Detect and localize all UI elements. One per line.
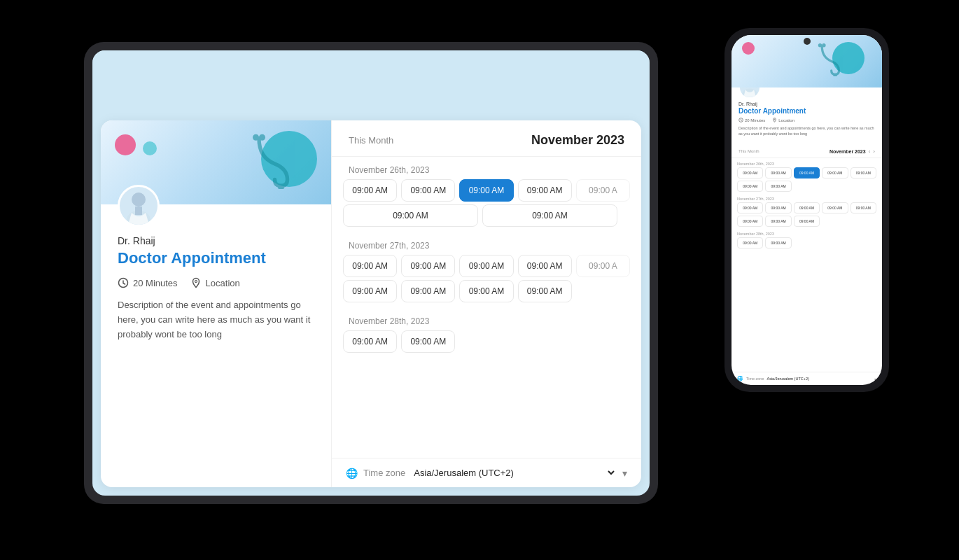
phone-time-slot[interactable]: 09:00 AM — [737, 181, 763, 192]
time-slot[interactable]: 09:00 AM — [343, 280, 397, 302]
phone-meta-row: 20 Minutes Location — [738, 118, 875, 122]
phone-time-slot[interactable]: 09:00 AM — [765, 181, 791, 192]
slots-27-row2: 09:00 AM 09:00 AM 09:00 AM 09:00 AM — [343, 280, 630, 305]
month-year-label: November 2023 — [531, 133, 624, 148]
tablet-header-background — [92, 50, 650, 120]
tablet-device: Dr. Rhaij Doctor Appointment 20 Minutes — [84, 42, 658, 504]
date-label-28: November 28th, 2023 — [343, 308, 630, 330]
phone-doctor-name: Dr. Rhaij — [738, 102, 875, 106]
phone-time-slot[interactable]: 09:00 AM — [765, 216, 791, 227]
phone-calendar-body[interactable]: November 26th, 2023 09:00 AM 09:00 AM 09… — [732, 158, 882, 372]
time-slot[interactable]: 09:00 AM — [401, 179, 455, 202]
phone-time-slot[interactable]: 09:00 AM — [737, 216, 763, 227]
timezone-bar: 🌐 Time zone Asia/Jerusalem (UTC+2) ▾ — [332, 458, 641, 487]
time-slot[interactable]: 09:00 A — [576, 179, 630, 202]
svg-point-9 — [822, 43, 825, 47]
phone-slots-27: 09:00 AM 09:00 AM 09:00 AM 09:00 AM 09:0… — [737, 202, 876, 227]
phone-time-slot[interactable]: 09:00 AM — [850, 202, 876, 214]
globe-icon: 🌐 — [346, 468, 358, 479]
svg-point-3 — [132, 192, 146, 206]
slots-28-row1: 09:00 AM 09:00 AM — [343, 330, 630, 356]
phone-time-slot[interactable]: 09:00 AM — [737, 167, 763, 178]
time-slot[interactable]: 09:00 AM — [518, 179, 572, 202]
phone-this-month-label: This Month — [738, 149, 760, 153]
calendar-body[interactable]: November 26th, 2023 09:00 AM 09:00 AM 09… — [332, 157, 641, 458]
time-slot[interactable]: 09:00 AM — [343, 179, 397, 202]
time-slot[interactable]: 09:00 AM — [482, 204, 617, 227]
time-slot[interactable]: 09:00 AM — [459, 255, 513, 277]
time-slot[interactable]: 09:00 AM — [343, 255, 397, 277]
phone-globe-icon: 🌐 — [737, 376, 743, 382]
meta-row: 20 Minutes Location — [118, 277, 314, 288]
left-info-panel: Dr. Rhaij Doctor Appointment 20 Minutes — [101, 120, 332, 487]
doctor-name: Dr. Rhaij — [118, 235, 314, 246]
phone-month-nav: November 2023 ‹ › — [830, 148, 875, 155]
this-month-label: This Month — [349, 135, 393, 146]
time-slot[interactable]: 09:00 AM — [401, 280, 455, 302]
svg-point-12 — [774, 119, 775, 120]
timezone-label: Time zone — [363, 468, 405, 478]
time-slot-selected[interactable]: 09:00 AM — [459, 179, 513, 202]
time-slot[interactable]: 09:00 AM — [518, 255, 572, 277]
phone-stethoscope-icon — [811, 38, 848, 76]
phone-time-slot-selected[interactable]: 09:00 AM — [794, 167, 820, 178]
time-slot[interactable]: 09:00 AM — [401, 255, 455, 277]
phone-time-slot[interactable]: 09:00 AM — [822, 167, 848, 178]
prev-month-button[interactable]: ‹ — [869, 148, 871, 155]
phone-time-slot[interactable]: 09:00 AM — [765, 237, 791, 248]
time-slot[interactable]: 09:00 AM — [401, 330, 455, 353]
duration-meta: 20 Minutes — [118, 277, 178, 288]
svg-point-6 — [195, 281, 197, 283]
phone-time-slot[interactable]: 09:00 AM — [822, 202, 848, 214]
date-label-26: November 26th, 2023 — [343, 157, 630, 179]
phone-time-slot[interactable]: 09:00 AM — [765, 202, 791, 214]
decoration-pill2 — [143, 141, 157, 155]
doctor-figure — [122, 188, 155, 225]
decoration-pill — [115, 134, 136, 155]
phone-notch — [804, 38, 811, 45]
phone-date-label-27: November 27th, 2023 — [737, 193, 876, 202]
phone-slots-28: 09:00 AM 09:00 AM — [737, 237, 876, 248]
svg-point-2 — [259, 134, 265, 141]
time-slot[interactable]: 09:00 AM — [343, 204, 478, 227]
time-slot[interactable]: 09:00 AM — [518, 280, 572, 302]
time-slot[interactable]: 09:00 AM — [459, 280, 513, 302]
phone-duration-text: 20 Minutes — [745, 118, 765, 122]
phone-location-icon — [772, 118, 777, 122]
slots-26-row1: 09:00 AM 09:00 AM 09:00 AM 09:00 AM 09:0… — [343, 179, 630, 204]
phone-time-slot[interactable]: 09:00 AM — [850, 167, 876, 178]
phone-deco-pill — [742, 42, 755, 55]
phone-chevron-down-icon: ▾ — [874, 377, 876, 382]
chevron-down-icon: ▾ — [622, 468, 627, 479]
phone-calendar-header: This Month November 2023 ‹ › — [732, 146, 882, 158]
location-meta: Location — [190, 277, 240, 288]
clock-icon — [118, 277, 129, 288]
event-description: Description of the event and appointment… — [118, 298, 314, 342]
phone-location-meta: Location — [772, 118, 794, 122]
phone-time-slot[interactable]: 09:00 AM — [794, 216, 820, 227]
tablet-content-area: Dr. Rhaij Doctor Appointment 20 Minutes — [101, 120, 641, 487]
calendar-panel: This Month November 2023 November 26th, … — [332, 120, 641, 487]
svg-rect-4 — [135, 206, 142, 215]
phone-time-slot[interactable]: 09:00 AM — [794, 202, 820, 214]
phone-date-label-28: November 28th, 2023 — [737, 228, 876, 237]
phone-clock-icon — [738, 118, 743, 122]
phone-time-slot[interactable]: 09:00 AM — [737, 237, 763, 248]
tablet-screen: Dr. Rhaij Doctor Appointment 20 Minutes — [92, 50, 650, 496]
phone-info-section: Dr. Rhaij Doctor Appointment 20 Minutes … — [732, 99, 882, 146]
location-text: Location — [206, 278, 240, 288]
phone-time-slot[interactable]: 09:00 AM — [765, 167, 791, 178]
time-slot[interactable]: 09:00 A — [576, 255, 630, 277]
calendar-header: This Month November 2023 — [332, 120, 641, 157]
phone-time-slot[interactable]: 09:00 AM — [737, 202, 763, 214]
slots-26-row2: 09:00 AM 09:00 AM — [343, 204, 630, 230]
time-slot[interactable]: 09:00 AM — [343, 330, 397, 353]
svg-point-8 — [818, 43, 822, 47]
next-month-button[interactable]: › — [873, 148, 875, 155]
timezone-select[interactable]: Asia/Jerusalem (UTC+2) — [411, 467, 617, 479]
doctor-info-section: Dr. Rhaij Doctor Appointment 20 Minutes — [101, 227, 331, 487]
phone-device: Dr. Rhaij Doctor Appointment 20 Minutes … — [724, 28, 889, 392]
phone-timezone-label: Time zone — [746, 377, 764, 381]
slots-27-row1: 09:00 AM 09:00 AM 09:00 AM 09:00 AM 09:0… — [343, 255, 630, 280]
duration-text: 20 Minutes — [133, 278, 178, 288]
